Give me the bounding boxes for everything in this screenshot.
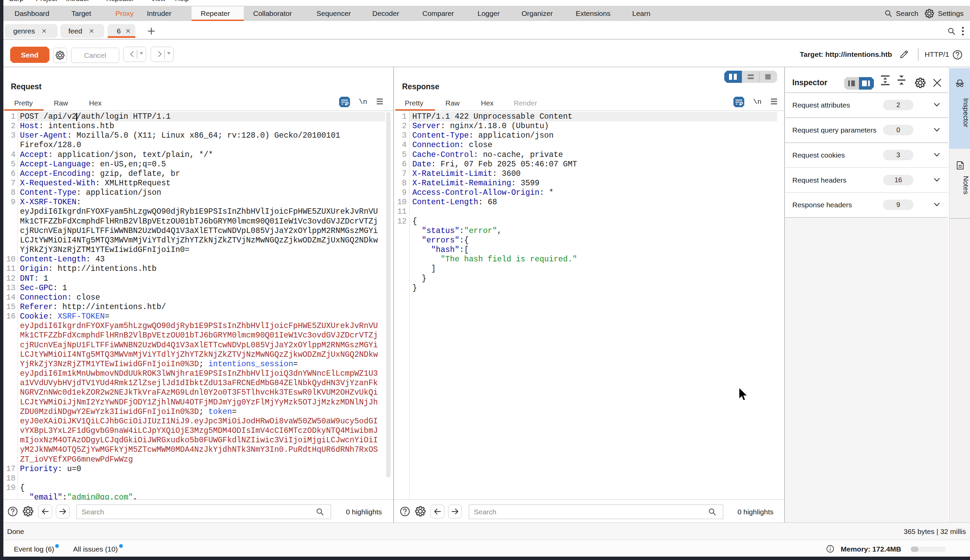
svg-text:Send: Send [21, 51, 38, 59]
